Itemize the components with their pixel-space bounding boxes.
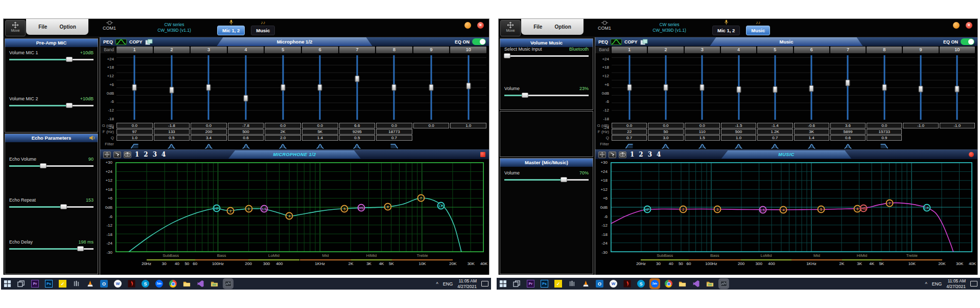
value-cell[interactable]: 0.6: [228, 135, 264, 141]
tray-expand-caret[interactable]: ^: [925, 281, 927, 287]
snapshot-tool-icon[interactable]: [619, 151, 626, 158]
h-slider-thumb[interactable]: [66, 57, 73, 62]
value-cell[interactable]: 500: [228, 129, 264, 135]
folder-2-icon[interactable]: [211, 280, 218, 288]
menu-item-file[interactable]: File: [533, 24, 542, 30]
value-cell[interactable]: -1.0: [940, 123, 975, 128]
band-3-gain-slider[interactable]: [700, 84, 705, 91]
copy-label[interactable]: COPY: [624, 39, 638, 45]
value-cell[interactable]: 0.0: [376, 123, 412, 128]
visual-studio-icon[interactable]: [692, 280, 700, 288]
value-cell[interactable]: 0.0: [302, 123, 338, 128]
task-view-icon[interactable]: [513, 280, 521, 288]
value-cell[interactable]: 1.4: [302, 135, 338, 141]
value-cell[interactable]: 1.0: [450, 123, 486, 128]
band-marker-3[interactable]: 3: [714, 205, 721, 213]
value-cell[interactable]: -1.5: [721, 123, 756, 128]
value-cell[interactable]: 2K: [265, 129, 301, 135]
filter-shape-bell-icon[interactable]: [807, 143, 816, 149]
move-button[interactable]: Move: [5, 20, 26, 36]
band-marker-hp[interactable]: HP: [643, 206, 651, 213]
value-cell[interactable]: 1.4: [794, 135, 829, 141]
game-icon[interactable]: [128, 280, 135, 288]
start-icon[interactable]: [499, 280, 507, 288]
value-cell[interactable]: 0.5: [339, 135, 376, 141]
filter-shape-hp-icon[interactable]: [625, 143, 634, 149]
value-cell[interactable]: 2.0: [265, 135, 301, 141]
value-cell[interactable]: 0.0: [413, 123, 450, 128]
h-slider-thumb[interactable]: [561, 177, 567, 182]
h-slider-thumb[interactable]: [66, 103, 73, 108]
value-cell[interactable]: 0.5: [154, 135, 190, 141]
band-marker-2[interactable]: 2: [227, 207, 235, 214]
folder-2-icon[interactable]: [706, 280, 714, 288]
preset-3-button[interactable]: 3: [153, 151, 157, 158]
value-cell[interactable]: 0.0: [685, 123, 720, 128]
start-icon[interactable]: [4, 280, 11, 288]
move-button[interactable]: Move: [500, 20, 521, 36]
preset-3-button[interactable]: 3: [648, 151, 652, 158]
value-cell[interactable]: 0.7: [376, 135, 412, 141]
com-port[interactable]: COM1: [91, 20, 127, 31]
band-7-gain-slider[interactable]: [846, 79, 850, 86]
h-slider-track[interactable]: [9, 165, 94, 167]
band-marker-ls[interactable]: LS: [759, 206, 766, 213]
outlook-icon[interactable]: O: [596, 280, 603, 288]
h-slider-thumb[interactable]: [40, 163, 46, 168]
preset-1-button[interactable]: 1: [630, 151, 634, 158]
value-cell[interactable]: 9295: [339, 129, 376, 135]
value-cell[interactable]: 0.7: [612, 135, 647, 141]
band-10-header[interactable]: 10: [940, 47, 975, 53]
band-1-gain-slider[interactable]: [132, 84, 137, 91]
filter-shape-lp-icon[interactable]: [390, 143, 399, 149]
value-cell[interactable]: 0.6: [830, 135, 866, 141]
filter-shape-bell-icon[interactable]: [771, 143, 779, 149]
value-cell[interactable]: -7.8: [228, 123, 264, 128]
vlc-icon[interactable]: [86, 280, 94, 288]
value-cell[interactable]: 1.0: [116, 135, 153, 141]
value-cell[interactable]: 0.0: [265, 123, 301, 128]
value-cell[interactable]: 3K: [794, 129, 829, 135]
band-2-gain-slider[interactable]: [169, 86, 174, 93]
value-cell[interactable]: -1.0: [903, 123, 938, 128]
band-marker-6[interactable]: 6: [384, 203, 392, 211]
preset-2-button[interactable]: 2: [639, 151, 643, 158]
band-2-gain-slider[interactable]: [663, 84, 668, 91]
band-marker-7[interactable]: 7: [417, 194, 425, 202]
chrome-icon[interactable]: [665, 280, 672, 288]
value-cell[interactable]: 0.9: [867, 135, 902, 141]
minimize-button[interactable]: [464, 22, 471, 29]
value-cell[interactable]: 1.2K: [757, 129, 792, 135]
band-7-header[interactable]: 7: [830, 47, 866, 53]
photoshop-icon[interactable]: Ps: [541, 280, 548, 288]
band-7-header[interactable]: 7: [339, 47, 376, 53]
eq-on-toggle[interactable]: [472, 38, 486, 45]
filter-shape-bell-icon[interactable]: [316, 143, 324, 149]
value-cell[interactable]: 1.0: [721, 135, 756, 141]
tray-expand-caret[interactable]: ^: [436, 281, 438, 287]
filter-shape-bell-icon[interactable]: [278, 143, 287, 149]
premiere-icon[interactable]: Pr: [527, 280, 534, 288]
value-cell[interactable]: 0.0: [612, 123, 647, 128]
band-marker-hs[interactable]: HS: [860, 205, 868, 212]
value-cell[interactable]: 0.0: [191, 123, 227, 128]
band-marker-ls[interactable]: LS: [261, 205, 268, 213]
value-cell[interactable]: 0.0: [867, 123, 902, 128]
snapshot-tool-icon[interactable]: [124, 151, 131, 158]
value-cell[interactable]: 133: [154, 129, 190, 135]
h-slider-thumb[interactable]: [77, 246, 84, 251]
tab-mic-1-2[interactable]: Mic 1, 2: [217, 26, 245, 35]
h-slider-track[interactable]: [9, 248, 94, 250]
band-2-header[interactable]: 2: [648, 47, 683, 53]
skype-icon[interactable]: S: [637, 280, 645, 288]
band-6-header[interactable]: 6: [302, 47, 338, 53]
notification-center-icon[interactable]: [970, 281, 977, 287]
task-view-icon[interactable]: [17, 280, 25, 288]
menu-item-option[interactable]: Option: [60, 24, 76, 30]
tray-clock[interactable]: 11:05 AM4/27/2021: [946, 278, 966, 289]
band-3-header[interactable]: 3: [191, 47, 227, 53]
peq-curve-icon[interactable]: [115, 39, 127, 45]
photoshop-icon[interactable]: Ps: [45, 280, 53, 288]
value-cell[interactable]: 500: [721, 129, 756, 135]
close-button[interactable]: ×: [477, 22, 484, 29]
